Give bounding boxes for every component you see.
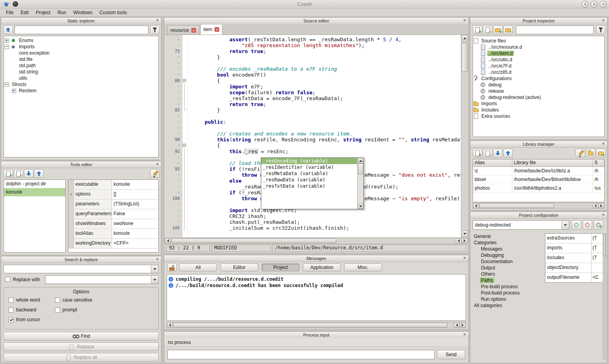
table-row[interactable]: phobos /usr/lib64/libphobos2.a /us [473,184,604,193]
minimize-button[interactable]: ∨ [581,1,589,8]
tab-close-icon[interactable]: x [215,27,219,32]
remove-tool-button[interactable] [14,169,23,178]
code-line[interactable]: 85 } [165,107,461,113]
tree-item[interactable]: Includes [473,107,604,113]
fold-marker-icon[interactable] [182,166,187,172]
checkbox[interactable] [55,298,60,303]
code-line[interactable]: · bool encodee7F() [165,72,461,78]
clone-configuration-button[interactable] [594,220,603,230]
close-icon[interactable]: × [462,332,467,337]
scroll-left-icon[interactable] [167,323,173,327]
fold-marker-icon[interactable] [182,131,187,137]
configuration-select[interactable]: debug-redirected [473,220,569,230]
scrollbar-thumb[interactable] [462,43,468,72]
tree-item[interactable]: utils [4,75,158,81]
checkbox[interactable] [55,307,60,313]
fold-marker-icon[interactable] [182,78,187,84]
completion-item[interactable]: _resTxtData (variable) [261,183,358,189]
property-value[interactable]: [] [112,190,158,199]
menu-item[interactable]: Custom tools [96,9,130,16]
filter-button[interactable]: Application [303,263,341,271]
scroll-left-icon[interactable] [165,238,171,243]
fold-marker-icon[interactable] [182,84,187,90]
category-item[interactable]: Documentation [473,258,543,265]
search-option[interactable]: backward [9,305,55,315]
inspector-filter-input[interactable] [516,26,594,34]
process-input-field[interactable] [167,350,435,359]
fold-marker-icon[interactable] [182,225,187,231]
tree-item[interactable]: release [473,88,604,94]
property-value[interactable]: (T [591,243,603,253]
close-icon[interactable]: × [462,18,467,23]
scroll-down-icon[interactable] [358,203,363,209]
fold-marker-icon[interactable] [182,66,187,72]
tree-item[interactable]: core.exception [4,50,158,56]
scroll-right-icon[interactable] [462,238,468,243]
property-value[interactable]: <CFP> [112,239,158,248]
row-marker[interactable] [68,239,74,248]
checkbox[interactable] [9,317,14,322]
message-row[interactable]: i /.../build/resource.d.coedit has been … [167,282,466,289]
property-value[interactable]: (T [591,234,603,243]
code-line[interactable]: 90 this(string resFile, ResEncoding resE… [165,137,461,143]
tree-item[interactable]: Imports [473,101,604,107]
fold-marker-icon[interactable] [182,119,187,125]
search-option[interactable]: from cursor [9,315,55,324]
menu-item[interactable]: Project [32,9,54,16]
code-line[interactable]: 92 this._res = resEnc; [165,148,461,154]
library-horizontal-scrollbar[interactable] [473,203,605,209]
category-item[interactable]: Pre-build process [473,284,543,290]
tree-item[interactable]: debug [473,82,604,88]
clear-messages-button[interactable] [167,263,177,272]
tool-list-item[interactable]: dolphin - project dir [4,180,65,188]
property-value[interactable]: swoNone [112,219,158,229]
code-line[interactable]: · public: [165,119,461,125]
code-line[interactable]: · scope(failure) return false; [165,90,461,95]
code-line[interactable]: · _resTxtData = encode_7F(_resRawData); [165,95,461,101]
property-value[interactable]: konsole [112,180,158,189]
completion-item[interactable]: _resIdentifier (variable) [261,164,358,170]
search-option[interactable]: case sensitive [55,295,158,305]
scroll-left-icon[interactable] [592,203,598,208]
checkbox[interactable] [9,307,14,313]
code-line[interactable]: 105 _initialSum = crc322uint(ihash.finis… [165,225,461,231]
search-option[interactable]: whole word [9,295,55,305]
code-line[interactable]: 80 { [165,78,461,84]
tree-item[interactable]: ../src/item.d [473,50,604,57]
code-line[interactable]: · /// creates and encodes a new resource… [165,131,461,137]
close-icon[interactable]: × [155,257,160,262]
tree-item[interactable]: ../src/resource.d [473,44,604,50]
dropdown-arrow-icon[interactable] [151,276,158,284]
tree-item[interactable]: ../src/e7F.d [473,63,604,69]
replace-combo[interactable] [45,275,159,284]
close-icon[interactable]: × [601,141,606,146]
code-line[interactable]: · [165,113,461,119]
completion-item[interactable]: _resEncoding (variable) [261,158,358,164]
completion-scrollbar[interactable] [357,158,363,209]
close-button[interactable]: × [600,1,607,8]
category-item[interactable]: General [473,233,543,240]
category-item[interactable]: Output [473,265,543,271]
maximize-button[interactable]: ∧ [591,1,598,8]
category-item[interactable]: Messages [473,246,543,252]
titlebar[interactable]: Coedit ∨ ∧ × [0,0,609,9]
code-line[interactable]: · CRC32 ihash; [165,213,461,219]
editor-tab[interactable]: resource x [167,26,199,35]
replace-button[interactable]: Replace [4,342,159,351]
remove-library-button[interactable] [483,149,492,157]
row-marker[interactable] [68,229,74,238]
fold-marker-icon[interactable] [182,54,187,60]
edit-library-button[interactable] [576,149,585,157]
fold-marker-icon[interactable] [182,207,187,213]
tree-item[interactable]: std.file [4,56,158,62]
category-item[interactable]: Categories [473,240,543,246]
code-line[interactable]: · [165,125,461,131]
filter-button[interactable]: Editor [220,263,258,271]
menu-item[interactable]: Edit [17,9,32,16]
category-item[interactable]: Post-build process [473,290,543,296]
fold-marker-icon[interactable] [182,48,187,54]
checkbox[interactable] [9,298,14,303]
dropdown-arrow-icon[interactable] [151,265,158,273]
tree-item[interactable]: Structs [4,81,158,88]
filter-button[interactable]: Project [262,263,299,271]
